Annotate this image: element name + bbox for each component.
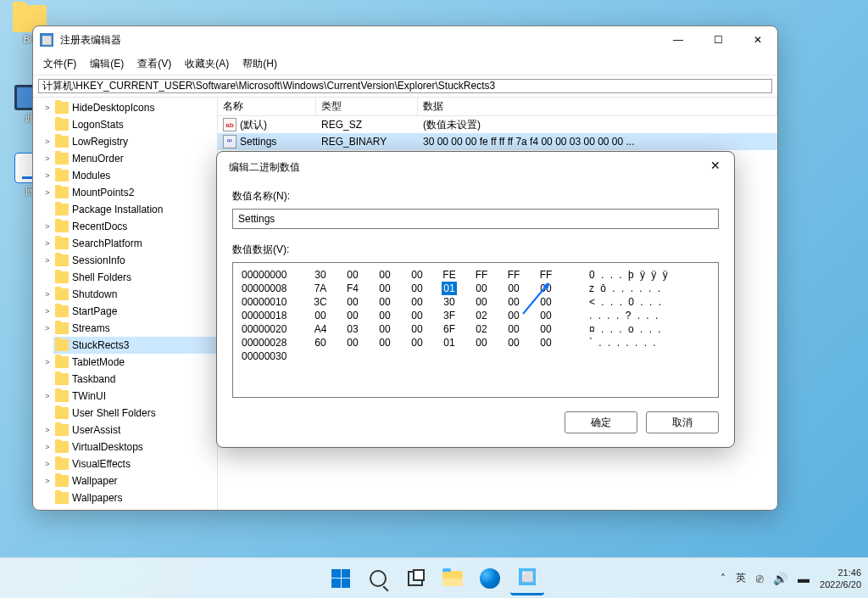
hex-byte[interactable]: 30 bbox=[313, 268, 328, 282]
chevron-icon[interactable]: > bbox=[42, 356, 53, 368]
hex-byte[interactable]: 01 bbox=[442, 282, 457, 295]
hex-byte[interactable]: FE bbox=[442, 268, 457, 282]
hex-byte[interactable]: FF bbox=[506, 268, 521, 282]
hex-byte[interactable]: 00 bbox=[345, 309, 360, 322]
chevron-icon[interactable]: > bbox=[42, 305, 53, 317]
chevron-icon[interactable]: > bbox=[42, 221, 53, 232]
chevron-icon[interactable]: > bbox=[42, 441, 53, 453]
tree-item-wallpaper[interactable]: >Wallpaper bbox=[53, 472, 217, 489]
menu-view[interactable]: 查看(V) bbox=[131, 55, 178, 73]
hex-byte[interactable]: 3F bbox=[442, 309, 457, 322]
network-icon[interactable]: ⎚ bbox=[756, 572, 763, 585]
hex-byte[interactable]: 00 bbox=[538, 309, 554, 322]
tree-item-stuckrects3[interactable]: >StuckRects3 bbox=[53, 337, 217, 354]
hex-byte[interactable]: 00 bbox=[506, 336, 521, 349]
regedit-taskbar-button[interactable]: ⬜ bbox=[510, 562, 544, 595]
start-button[interactable] bbox=[324, 562, 358, 595]
close-button[interactable]: ✕ bbox=[738, 26, 777, 53]
hex-byte[interactable]: 00 bbox=[506, 282, 521, 295]
menu-favorites[interactable]: 收藏夹(A) bbox=[178, 55, 236, 73]
cancel-button[interactable]: 取消 bbox=[646, 411, 719, 433]
chevron-icon[interactable]: > bbox=[42, 322, 53, 334]
hex-byte[interactable]: 00 bbox=[474, 295, 489, 309]
tree-item-shell-folders[interactable]: >Shell Folders bbox=[53, 269, 217, 286]
tree-item-virtualdesktops[interactable]: >VirtualDesktops bbox=[53, 439, 217, 455]
hex-row[interactable]: 000000087AF4000001000000z ô . . . . . . bbox=[242, 282, 709, 295]
chevron-icon[interactable]: > bbox=[42, 153, 53, 165]
hex-row[interactable]: 00000020A40300006F020000¤ . . . o . . . bbox=[242, 322, 709, 336]
hex-byte[interactable]: 30 bbox=[442, 295, 457, 309]
menu-help[interactable]: 帮助(H) bbox=[236, 55, 284, 73]
chevron-icon[interactable]: > bbox=[42, 136, 53, 148]
hex-byte[interactable]: 00 bbox=[538, 282, 554, 295]
battery-icon[interactable]: ▬ bbox=[798, 572, 810, 585]
chevron-icon[interactable]: > bbox=[42, 238, 53, 249]
hex-byte[interactable]: 60 bbox=[313, 336, 328, 349]
hex-byte[interactable]: 3C bbox=[313, 295, 328, 309]
menu-edit[interactable]: 编辑(E) bbox=[83, 55, 131, 73]
volume-icon[interactable]: 🔊 bbox=[773, 572, 787, 585]
tree-item-logonstats[interactable]: >LogonStats bbox=[53, 116, 217, 133]
chevron-icon[interactable]: > bbox=[42, 102, 53, 114]
clock-button[interactable]: 21:46 2022/6/20 bbox=[820, 567, 861, 590]
tree-item-modules[interactable]: >Modules bbox=[53, 167, 217, 184]
tree-item-taskband[interactable]: >Taskband bbox=[53, 371, 217, 388]
hex-byte[interactable]: 02 bbox=[474, 322, 489, 336]
dialog-close-button[interactable]: ✕ bbox=[697, 152, 734, 179]
chevron-icon[interactable]: > bbox=[42, 390, 53, 402]
hex-byte[interactable]: 00 bbox=[377, 322, 392, 336]
hex-row[interactable]: 000000286000000001000000` . . . . . . . bbox=[242, 336, 709, 349]
tree-item-searchplatform[interactable]: >SearchPlatform bbox=[53, 235, 217, 252]
hex-byte[interactable]: 00 bbox=[377, 268, 392, 282]
hex-byte[interactable]: 03 bbox=[345, 322, 360, 336]
hex-byte[interactable]: 00 bbox=[474, 336, 489, 349]
col-type[interactable]: 类型 bbox=[316, 98, 418, 115]
taskview-button[interactable] bbox=[398, 562, 432, 595]
tree-item-user-shell-folders[interactable]: >User Shell Folders bbox=[53, 405, 217, 422]
tree-item-lowregistry[interactable]: >LowRegistry bbox=[53, 133, 217, 150]
hex-byte[interactable]: 00 bbox=[345, 295, 360, 309]
tree-item-visualeffects[interactable]: >VisualEffects bbox=[53, 455, 217, 472]
hex-byte[interactable]: FF bbox=[474, 268, 489, 282]
hex-byte[interactable]: 01 bbox=[442, 336, 457, 349]
hex-byte[interactable]: 00 bbox=[409, 282, 425, 295]
tree-item-wallpapers[interactable]: >Wallpapers bbox=[53, 489, 217, 506]
tree-item-userassist[interactable]: >UserAssist bbox=[53, 422, 217, 439]
tree-item-hidedesktopicons[interactable]: >HideDesktopIcons bbox=[53, 99, 217, 116]
hex-byte[interactable]: 00 bbox=[506, 295, 521, 309]
hex-byte[interactable]: FF bbox=[538, 268, 554, 282]
menu-file[interactable]: 文件(F) bbox=[36, 55, 83, 73]
tree-item-streams[interactable]: >Streams bbox=[53, 320, 217, 337]
tree-item-mountpoints2[interactable]: >MountPoints2 bbox=[53, 184, 217, 201]
edge-button[interactable] bbox=[473, 562, 507, 595]
hex-byte[interactable]: 00 bbox=[538, 322, 554, 336]
hex-row[interactable]: 0000000030000000FEFFFFFF0 . . . þ ÿ ÿ ÿ bbox=[242, 268, 709, 282]
hex-byte[interactable]: 00 bbox=[345, 336, 360, 349]
chevron-icon[interactable]: > bbox=[42, 288, 53, 300]
hex-byte[interactable]: 00 bbox=[409, 268, 425, 282]
hex-byte[interactable]: 6F bbox=[442, 322, 457, 336]
search-button[interactable] bbox=[361, 562, 395, 595]
hex-row[interactable]: 000000103C00000030000000< . . . 0 . . . bbox=[242, 295, 709, 309]
tree-item-menuorder[interactable]: >MenuOrder bbox=[53, 150, 217, 167]
tray-overflow-button[interactable]: ˄ bbox=[721, 573, 726, 584]
hex-byte[interactable]: 00 bbox=[409, 322, 425, 336]
hex-byte[interactable]: 00 bbox=[474, 282, 489, 295]
tree-item-recentdocs[interactable]: >RecentDocs bbox=[53, 218, 217, 235]
minimize-button[interactable]: — bbox=[659, 26, 698, 53]
explorer-button[interactable] bbox=[436, 562, 470, 595]
tree-item-twinui[interactable]: >TWinUI bbox=[53, 388, 217, 405]
value-row[interactable]: ⁰¹Settings REG_BINARY 30 00 00 00 fe ff … bbox=[218, 133, 777, 150]
hex-byte[interactable]: 02 bbox=[474, 309, 489, 322]
ime-indicator[interactable]: 英 bbox=[736, 571, 746, 585]
hex-byte[interactable]: 00 bbox=[506, 322, 521, 336]
hex-byte[interactable]: A4 bbox=[313, 322, 328, 336]
dialog-titlebar[interactable]: 编辑二进制数值 ✕ bbox=[217, 152, 734, 182]
hex-editor[interactable]: 0000000030000000FEFFFFFF0 . . . þ ÿ ÿ ÿ0… bbox=[232, 262, 719, 398]
hex-byte[interactable]: 00 bbox=[409, 336, 425, 349]
chevron-icon[interactable]: > bbox=[42, 458, 53, 470]
hex-row[interactable]: 00000018000000003F020000. . . . ? . . . bbox=[242, 309, 709, 322]
value-row[interactable]: ab(默认) REG_SZ (数值未设置) bbox=[218, 116, 777, 133]
hex-byte[interactable]: 00 bbox=[345, 268, 360, 282]
chevron-icon[interactable]: > bbox=[42, 254, 53, 266]
